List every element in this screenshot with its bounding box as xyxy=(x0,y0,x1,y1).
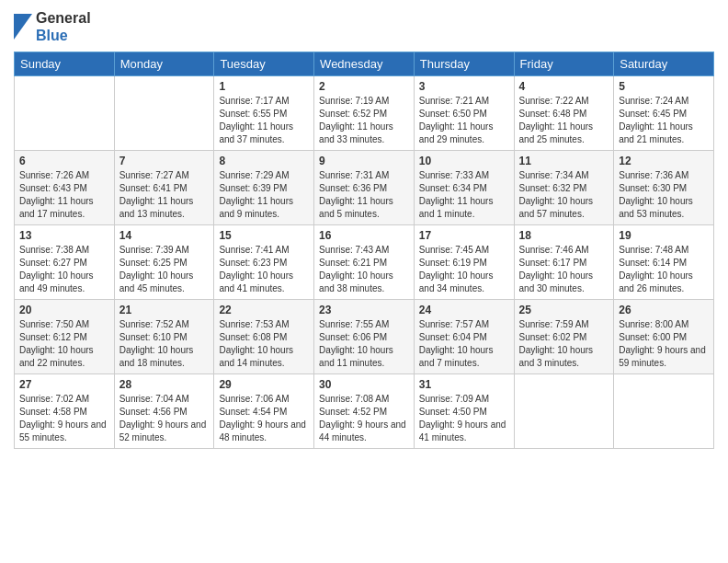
day-number: 24 xyxy=(419,304,509,316)
logo: GeneralBlue xyxy=(14,9,91,44)
day-number: 14 xyxy=(119,229,210,242)
calendar-cell: 13Sunrise: 7:38 AM Sunset: 6:27 PM Dayli… xyxy=(15,225,115,300)
cell-content: Sunrise: 7:08 AM Sunset: 4:52 PM Dayligh… xyxy=(319,393,409,444)
day-number: 21 xyxy=(119,304,210,316)
calendar-week-4: 20Sunrise: 7:50 AM Sunset: 6:12 PM Dayli… xyxy=(15,300,714,374)
day-number: 11 xyxy=(519,155,609,167)
day-header-sunday: Sunday xyxy=(15,52,115,76)
calendar-cell: 5Sunrise: 7:24 AM Sunset: 6:45 PM Daylig… xyxy=(614,76,714,151)
calendar-cell: 26Sunrise: 8:00 AM Sunset: 6:00 PM Dayli… xyxy=(614,300,714,374)
day-header-monday: Monday xyxy=(114,52,214,76)
calendar-week-1: 1Sunrise: 7:17 AM Sunset: 6:55 PM Daylig… xyxy=(15,76,714,151)
day-number: 12 xyxy=(619,155,709,167)
calendar-cell: 19Sunrise: 7:48 AM Sunset: 6:14 PM Dayli… xyxy=(614,225,714,300)
day-number: 20 xyxy=(19,304,109,316)
logo-blue: Blue xyxy=(36,27,91,44)
calendar-week-3: 13Sunrise: 7:38 AM Sunset: 6:27 PM Dayli… xyxy=(15,225,714,300)
calendar-cell: 3Sunrise: 7:21 AM Sunset: 6:50 PM Daylig… xyxy=(414,76,514,151)
calendar-cell xyxy=(514,374,614,449)
cell-content: Sunrise: 7:04 AM Sunset: 4:56 PM Dayligh… xyxy=(119,393,210,444)
calendar-cell: 31Sunrise: 7:09 AM Sunset: 4:50 PM Dayli… xyxy=(414,374,514,449)
calendar-cell: 11Sunrise: 7:34 AM Sunset: 6:32 PM Dayli… xyxy=(514,151,614,225)
page: GeneralBlue SundayMondayTuesdayWednesday… xyxy=(0,0,728,563)
day-number: 13 xyxy=(19,229,109,242)
day-number: 26 xyxy=(619,304,709,316)
cell-content: Sunrise: 7:27 AM Sunset: 6:41 PM Dayligh… xyxy=(119,169,210,221)
calendar-cell: 23Sunrise: 7:55 AM Sunset: 6:06 PM Dayli… xyxy=(314,300,415,374)
day-number: 31 xyxy=(419,378,509,391)
calendar-cell: 8Sunrise: 7:29 AM Sunset: 6:39 PM Daylig… xyxy=(214,151,314,225)
cell-content: Sunrise: 7:34 AM Sunset: 6:32 PM Dayligh… xyxy=(519,169,609,221)
calendar-cell: 7Sunrise: 7:27 AM Sunset: 6:41 PM Daylig… xyxy=(114,151,214,225)
calendar-week-5: 27Sunrise: 7:02 AM Sunset: 4:58 PM Dayli… xyxy=(15,374,714,449)
calendar-cell: 15Sunrise: 7:41 AM Sunset: 6:23 PM Dayli… xyxy=(214,225,314,300)
cell-content: Sunrise: 7:55 AM Sunset: 6:06 PM Dayligh… xyxy=(319,318,409,370)
calendar-cell xyxy=(614,374,714,449)
cell-content: Sunrise: 7:50 AM Sunset: 6:12 PM Dayligh… xyxy=(19,318,109,370)
header: GeneralBlue xyxy=(14,9,714,44)
day-header-thursday: Thursday xyxy=(414,52,514,76)
calendar-cell: 20Sunrise: 7:50 AM Sunset: 6:12 PM Dayli… xyxy=(15,300,115,374)
calendar-cell: 16Sunrise: 7:43 AM Sunset: 6:21 PM Dayli… xyxy=(314,225,415,300)
cell-content: Sunrise: 7:52 AM Sunset: 6:10 PM Dayligh… xyxy=(119,318,210,370)
day-number: 8 xyxy=(219,155,309,167)
day-number: 15 xyxy=(219,229,309,242)
day-number: 6 xyxy=(19,155,109,167)
cell-content: Sunrise: 7:48 AM Sunset: 6:14 PM Dayligh… xyxy=(619,244,709,295)
day-number: 18 xyxy=(519,229,609,242)
cell-content: Sunrise: 7:02 AM Sunset: 4:58 PM Dayligh… xyxy=(19,393,109,444)
logo-triangle-icon xyxy=(14,14,32,40)
cell-content: Sunrise: 7:09 AM Sunset: 4:50 PM Dayligh… xyxy=(419,393,509,444)
day-header-friday: Friday xyxy=(514,52,614,76)
calendar-cell: 6Sunrise: 7:26 AM Sunset: 6:43 PM Daylig… xyxy=(15,151,115,225)
calendar-cell: 30Sunrise: 7:08 AM Sunset: 4:52 PM Dayli… xyxy=(314,374,415,449)
day-number: 4 xyxy=(519,80,609,93)
calendar-cell: 29Sunrise: 7:06 AM Sunset: 4:54 PM Dayli… xyxy=(214,374,314,449)
calendar-cell xyxy=(15,76,115,151)
day-header-tuesday: Tuesday xyxy=(214,52,314,76)
day-number: 17 xyxy=(419,229,509,242)
calendar-cell: 24Sunrise: 7:57 AM Sunset: 6:04 PM Dayli… xyxy=(414,300,514,374)
calendar-week-2: 6Sunrise: 7:26 AM Sunset: 6:43 PM Daylig… xyxy=(15,151,714,225)
cell-content: Sunrise: 7:29 AM Sunset: 6:39 PM Dayligh… xyxy=(219,169,309,221)
calendar-table: SundayMondayTuesdayWednesdayThursdayFrid… xyxy=(14,52,714,449)
day-number: 1 xyxy=(219,80,309,93)
calendar-cell: 22Sunrise: 7:53 AM Sunset: 6:08 PM Dayli… xyxy=(214,300,314,374)
cell-content: Sunrise: 7:38 AM Sunset: 6:27 PM Dayligh… xyxy=(19,244,109,295)
calendar-cell: 27Sunrise: 7:02 AM Sunset: 4:58 PM Dayli… xyxy=(15,374,115,449)
cell-content: Sunrise: 7:24 AM Sunset: 6:45 PM Dayligh… xyxy=(619,95,709,146)
calendar-cell: 21Sunrise: 7:52 AM Sunset: 6:10 PM Dayli… xyxy=(114,300,214,374)
day-header-saturday: Saturday xyxy=(614,52,714,76)
calendar-cell: 14Sunrise: 7:39 AM Sunset: 6:25 PM Dayli… xyxy=(114,225,214,300)
calendar-cell xyxy=(114,76,214,151)
calendar-cell: 2Sunrise: 7:19 AM Sunset: 6:52 PM Daylig… xyxy=(314,76,415,151)
calendar-cell: 9Sunrise: 7:31 AM Sunset: 6:36 PM Daylig… xyxy=(314,151,415,225)
cell-content: Sunrise: 7:46 AM Sunset: 6:17 PM Dayligh… xyxy=(519,244,609,295)
cell-content: Sunrise: 7:36 AM Sunset: 6:30 PM Dayligh… xyxy=(619,169,709,221)
cell-content: Sunrise: 7:43 AM Sunset: 6:21 PM Dayligh… xyxy=(319,244,409,295)
calendar-cell: 25Sunrise: 7:59 AM Sunset: 6:02 PM Dayli… xyxy=(514,300,614,374)
calendar-cell: 12Sunrise: 7:36 AM Sunset: 6:30 PM Dayli… xyxy=(614,151,714,225)
cell-content: Sunrise: 7:21 AM Sunset: 6:50 PM Dayligh… xyxy=(419,95,509,146)
svg-marker-0 xyxy=(14,14,32,40)
cell-content: Sunrise: 7:26 AM Sunset: 6:43 PM Dayligh… xyxy=(19,169,109,221)
cell-content: Sunrise: 7:59 AM Sunset: 6:02 PM Dayligh… xyxy=(519,318,609,370)
cell-content: Sunrise: 7:53 AM Sunset: 6:08 PM Dayligh… xyxy=(219,318,309,370)
cell-content: Sunrise: 7:17 AM Sunset: 6:55 PM Dayligh… xyxy=(219,95,309,146)
cell-content: Sunrise: 8:00 AM Sunset: 6:00 PM Dayligh… xyxy=(619,318,709,370)
cell-content: Sunrise: 7:06 AM Sunset: 4:54 PM Dayligh… xyxy=(219,393,309,444)
day-number: 28 xyxy=(119,378,210,391)
calendar-header-row: SundayMondayTuesdayWednesdayThursdayFrid… xyxy=(15,52,714,76)
cell-content: Sunrise: 7:39 AM Sunset: 6:25 PM Dayligh… xyxy=(119,244,210,295)
day-number: 5 xyxy=(619,80,709,93)
day-number: 9 xyxy=(319,155,409,167)
cell-content: Sunrise: 7:19 AM Sunset: 6:52 PM Dayligh… xyxy=(319,95,409,146)
cell-content: Sunrise: 7:41 AM Sunset: 6:23 PM Dayligh… xyxy=(219,244,309,295)
day-number: 7 xyxy=(119,155,210,167)
day-number: 30 xyxy=(319,378,409,391)
calendar-cell: 18Sunrise: 7:46 AM Sunset: 6:17 PM Dayli… xyxy=(514,225,614,300)
day-header-wednesday: Wednesday xyxy=(314,52,415,76)
day-number: 29 xyxy=(219,378,309,391)
calendar-cell: 17Sunrise: 7:45 AM Sunset: 6:19 PM Dayli… xyxy=(414,225,514,300)
day-number: 2 xyxy=(319,80,409,93)
